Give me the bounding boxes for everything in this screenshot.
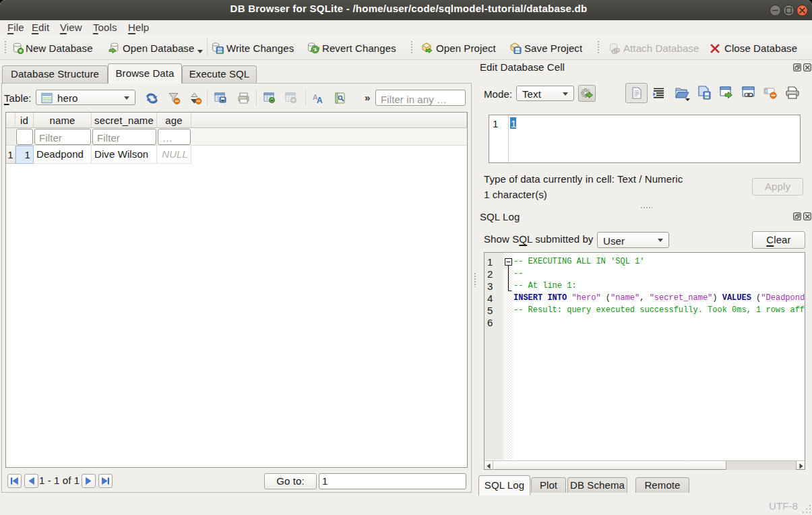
svg-text:A: A — [317, 96, 323, 104]
